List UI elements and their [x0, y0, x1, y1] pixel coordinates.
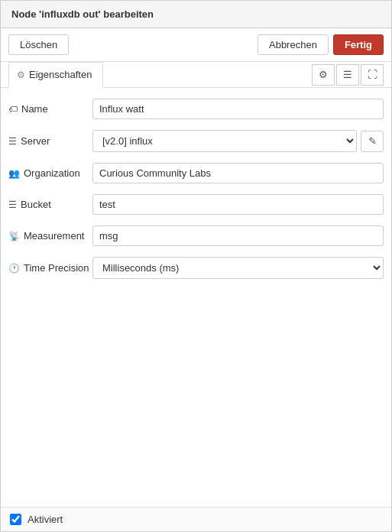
dialog-footer: Aktiviert	[1, 507, 391, 531]
server-icon: ☰	[8, 136, 17, 147]
bucket-row: ☰ Bucket	[8, 194, 384, 215]
tab-action-gear[interactable]: ⚙	[312, 64, 335, 86]
bucket-input[interactable]	[92, 194, 384, 215]
tab-eigenschaften-label: Eigenschaften	[29, 69, 92, 80]
name-input[interactable]	[92, 99, 384, 119]
name-label: 🏷 Name	[8, 103, 92, 115]
time-precision-row: 🕐 Time Precision Milliseconds (ms) Secon…	[8, 257, 384, 279]
name-icon: 🏷	[8, 104, 18, 115]
abbrechen-button[interactable]: Abbrechen	[258, 34, 329, 55]
tab-action-screen[interactable]: ⛶	[361, 64, 384, 86]
tab-eigenschaften[interactable]: ⚙ Eigenschaften	[8, 62, 103, 88]
fertig-button[interactable]: Fertig	[333, 34, 384, 55]
organization-label: 👥 Organization	[8, 167, 92, 179]
bucket-icon: ☰	[8, 200, 17, 210]
dialog-title: Node 'influxdb out' bearbeiten	[1, 1, 391, 28]
time-precision-select[interactable]: Milliseconds (ms) Seconds (s) Microsecon…	[92, 257, 384, 279]
measurement-row: 📡 Measurement	[8, 225, 384, 246]
tab-actions: ⚙ ☰ ⛶	[312, 64, 384, 86]
dialog-toolbar: Löschen Abbrechen Fertig	[1, 28, 391, 62]
organization-row: 👥 Organization	[8, 163, 384, 183]
toolbar-right: Abbrechen Fertig	[258, 34, 384, 55]
tabs-row: ⚙ Eigenschaften ⚙ ☰ ⛶	[1, 62, 391, 88]
loeschen-button[interactable]: Löschen	[8, 34, 69, 55]
measurement-label: 📡 Measurement	[8, 230, 92, 242]
server-label: ☰ Server	[8, 135, 92, 147]
bucket-label: ☰ Bucket	[8, 199, 92, 210]
form-body: 🏷 Name ☰ Server [v2.0] influx ✎ 👥 Organi…	[1, 88, 391, 507]
server-row: ☰ Server [v2.0] influx ✎	[8, 130, 384, 152]
measurement-input[interactable]	[92, 225, 384, 246]
aktiviert-label: Aktiviert	[28, 514, 63, 525]
measurement-icon: 📡	[8, 231, 20, 242]
gear-tab-icon: ⚙	[17, 70, 25, 80]
tab-action-doc[interactable]: ☰	[336, 64, 359, 86]
server-input-group: [v2.0] influx ✎	[92, 130, 384, 152]
edit-server-button[interactable]: ✎	[361, 131, 384, 152]
aktiviert-checkbox[interactable]	[10, 514, 21, 525]
time-precision-label: 🕐 Time Precision	[8, 262, 92, 274]
time-precision-icon: 🕐	[8, 263, 20, 274]
organization-icon: 👥	[8, 168, 20, 179]
organization-input[interactable]	[92, 163, 384, 183]
dialog: Node 'influxdb out' bearbeiten Löschen A…	[0, 0, 392, 532]
server-select[interactable]: [v2.0] influx	[92, 130, 357, 152]
name-row: 🏷 Name	[8, 99, 384, 119]
